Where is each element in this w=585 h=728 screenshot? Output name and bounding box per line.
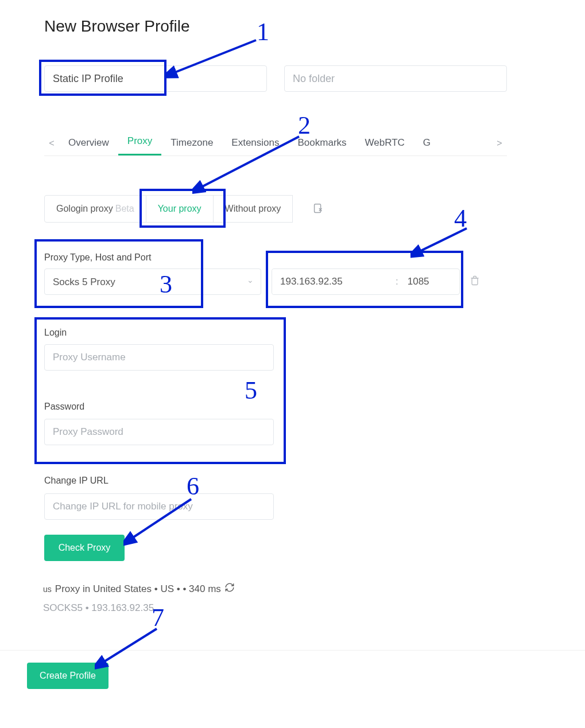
proxy-status-line: us Proxy in United States • US • • 340 m… [43, 582, 235, 595]
host-port-separator: : [390, 276, 404, 287]
proxy-source-label: Your proxy [158, 204, 202, 214]
tab-scroll-right[interactable]: > [492, 138, 507, 155]
profile-name-input[interactable] [44, 65, 267, 92]
profile-folder-input[interactable] [284, 65, 507, 92]
tab-timezone[interactable]: Timezone [161, 137, 222, 155]
proxy-type-label: Proxy Type, Host and Port [44, 252, 151, 263]
login-label: Login [44, 328, 67, 338]
password-label: Password [44, 402, 84, 412]
proxy-source-segment: Gologin proxy Beta Your proxy Without pr… [44, 195, 332, 223]
change-ip-url-input[interactable] [44, 493, 274, 520]
footer-separator [0, 650, 585, 651]
proxy-password-input[interactable] [44, 419, 274, 445]
proxy-source-without[interactable]: Without proxy [214, 195, 293, 223]
tab-extensions[interactable]: Extensions [222, 137, 288, 155]
proxy-source-label: Gologin proxy [56, 204, 113, 214]
proxy-source-your[interactable]: Your proxy [146, 195, 214, 223]
proxy-status-detail: SOCKS5 • 193.163.92.35 [43, 602, 154, 614]
beta-label: Beta [115, 204, 134, 214]
check-proxy-button[interactable]: Check Proxy [44, 535, 125, 561]
tab-g[interactable]: G [414, 137, 440, 155]
tab-proxy[interactable]: Proxy [118, 135, 161, 155]
proxy-host-port: : [272, 268, 481, 295]
svg-line-6 [102, 629, 157, 663]
trash-icon[interactable] [469, 274, 481, 289]
annotation-arrow-4 [410, 224, 474, 258]
svg-rect-0 [315, 204, 321, 213]
tab-bookmarks[interactable]: Bookmarks [289, 137, 356, 155]
proxy-host-input[interactable] [272, 269, 390, 294]
tab-webrtc[interactable]: WebRTC [356, 137, 414, 155]
annotation-number-5: 5 [245, 376, 257, 405]
svg-rect-1 [472, 278, 478, 285]
refresh-icon[interactable] [224, 582, 235, 595]
tab-overview[interactable]: Overview [59, 137, 118, 155]
annotation-number-4: 4 [454, 204, 467, 233]
tab-scroll-left[interactable]: < [44, 138, 59, 155]
paste-proxy-icon[interactable] [304, 195, 332, 223]
proxy-port-input[interactable] [404, 269, 445, 294]
page-title: New Browser Profile [44, 17, 190, 36]
proxy-source-label: Without proxy [225, 204, 281, 214]
tab-bar: < Overview Proxy Timezone Extensions Boo… [44, 133, 507, 156]
proxy-username-input[interactable] [44, 344, 274, 371]
svg-line-4 [417, 228, 467, 252]
change-ip-url-label: Change IP URL [44, 476, 109, 486]
flag-icon: us [43, 585, 52, 594]
annotation-number-1: 1 [257, 17, 269, 46]
proxy-type-select[interactable]: Socks 5 Proxy [44, 268, 261, 295]
proxy-source-gologin[interactable]: Gologin proxy Beta [44, 195, 146, 223]
create-profile-button[interactable]: Create Profile [27, 663, 109, 689]
proxy-status-text: Proxy in United States • US • • 340 ms [55, 583, 221, 595]
